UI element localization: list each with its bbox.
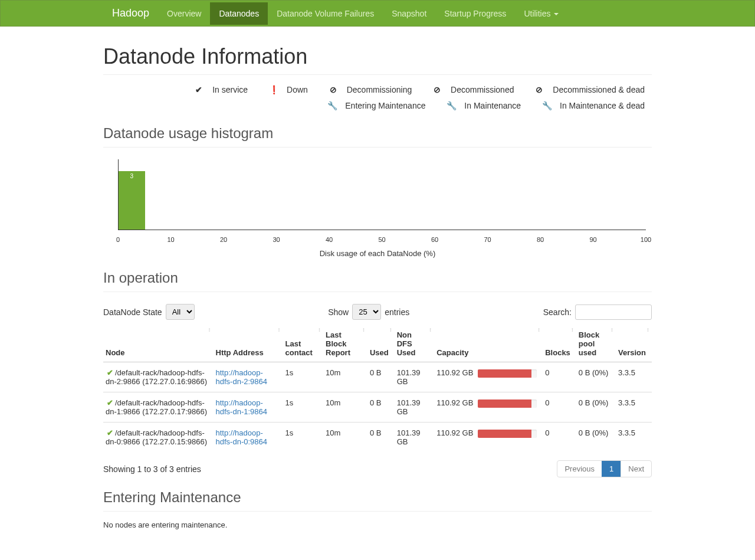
legend-item: ⊘ Decommissioned & dead xyxy=(528,85,645,94)
state-select[interactable]: All xyxy=(166,304,195,320)
sort-icon: ↕ xyxy=(429,327,432,333)
ban-icon: ⊘ xyxy=(535,82,543,98)
pager-previous[interactable]: Previous xyxy=(557,461,602,477)
column-header[interactable]: Version↕ xyxy=(616,326,652,362)
column-header[interactable]: Http Address↕ xyxy=(214,326,283,362)
table-row: ✔/default-rack/hadoop-hdfs-dn-0:9866 (17… xyxy=(103,423,652,453)
legend-item: ❗ Down xyxy=(262,85,308,94)
pager: Previous1Next xyxy=(557,460,652,477)
check-icon: ✔ xyxy=(106,398,114,407)
column-header[interactable]: Block pool used↕ xyxy=(576,326,616,362)
http-address-link[interactable]: http://hadoop-hdfs-dn-0:9864 xyxy=(216,428,267,446)
sort-icon: ↕ xyxy=(610,327,613,333)
check-icon: ✔ xyxy=(106,368,114,377)
nav-item-utilities[interactable]: Utilities xyxy=(515,2,567,25)
column-header[interactable]: Used↕ xyxy=(367,326,395,362)
page-title: Datanode Information xyxy=(103,44,652,75)
sort-icon: ↕ xyxy=(208,327,211,333)
wrench-icon: 🔧 xyxy=(327,98,336,114)
histogram-heading: Datanode usage histogram xyxy=(103,125,652,148)
http-address-link[interactable]: http://hadoop-hdfs-dn-2:9864 xyxy=(216,368,267,386)
capacity-bar xyxy=(478,399,537,408)
exclaim-icon: ❗ xyxy=(269,82,277,98)
show-label-pre: Show xyxy=(328,307,349,317)
wrench-icon: 🔧 xyxy=(447,98,455,114)
legend-item: 🔧 In Maintenance & dead xyxy=(535,101,645,110)
table-row: ✔/default-rack/hadoop-hdfs-dn-1:9866 (17… xyxy=(103,392,652,423)
histogram-chart: 3 xyxy=(118,159,646,230)
status-legend: ✔ In service❗ Down⊘ Decommissioning⊘ Dec… xyxy=(103,82,652,113)
histogram-bar: 3 xyxy=(119,171,145,230)
nav-item-datanodes[interactable]: Datanodes xyxy=(210,2,268,25)
datanode-table: Node↕Http Address↕Last contact↕Last Bloc… xyxy=(103,326,652,452)
sort-icon: ↕ xyxy=(362,327,365,333)
column-header[interactable]: Blocks↕ xyxy=(543,326,576,362)
check-icon: ✔ xyxy=(106,428,114,437)
column-header[interactable]: Last contact↕ xyxy=(283,326,324,362)
column-header[interactable]: Last Block Report↕ xyxy=(323,326,367,362)
nav-item-startup-progress[interactable]: Startup Progress xyxy=(435,2,515,25)
sort-icon: ↕ xyxy=(537,327,540,333)
nav-tabs: OverviewDatanodesDatanode Volume Failure… xyxy=(158,2,567,25)
top-navbar: Hadoop OverviewDatanodesDatanode Volume … xyxy=(0,0,755,27)
search-input[interactable] xyxy=(575,304,652,320)
chevron-down-icon xyxy=(554,13,559,15)
http-address-link[interactable]: http://hadoop-hdfs-dn-1:9864 xyxy=(216,398,267,416)
legend-item: ⊘ Decommissioning xyxy=(322,85,412,94)
pager-page[interactable]: 1 xyxy=(602,461,621,477)
column-header[interactable]: Node↕ xyxy=(103,326,214,362)
column-header[interactable]: Non DFS Used↕ xyxy=(395,326,435,362)
sort-icon: ↕ xyxy=(646,327,649,333)
show-label-post: entries xyxy=(385,307,409,317)
legend-item: ⊘ Decommissioned xyxy=(426,85,514,94)
nav-item-overview[interactable]: Overview xyxy=(158,2,210,25)
sort-icon: ↕ xyxy=(571,327,574,333)
ban-icon: ⊘ xyxy=(329,82,337,98)
pager-next[interactable]: Next xyxy=(621,461,651,477)
brand-link[interactable]: Hadoop xyxy=(103,1,158,26)
column-header[interactable]: Capacity↕ xyxy=(434,326,543,362)
show-select[interactable]: 25 xyxy=(352,304,381,320)
histogram-x-axis: 0102030405060708090100 xyxy=(118,236,646,248)
state-label: DataNode State xyxy=(103,307,162,317)
table-row: ✔/default-rack/hadoop-hdfs-dn-2:9866 (17… xyxy=(103,362,652,392)
wrench-icon: 🔧 xyxy=(542,98,550,114)
ban-icon: ⊘ xyxy=(433,82,441,98)
in-operation-heading: In operation xyxy=(103,270,652,292)
sort-icon: ↕ xyxy=(389,327,392,333)
table-controls: DataNode State All Show 25 entries Searc… xyxy=(103,304,652,320)
showing-text: Showing 1 to 3 of 3 entries xyxy=(103,464,201,474)
entering-maintenance-note: No nodes are entering maintenance. xyxy=(103,520,652,529)
sort-icon: ↕ xyxy=(318,327,321,333)
capacity-bar xyxy=(478,369,537,378)
legend-item: 🔧 In Maintenance xyxy=(439,101,521,110)
nav-item-snapshot[interactable]: Snapshot xyxy=(383,2,435,25)
legend-item: ✔ In service xyxy=(188,85,248,94)
search-label: Search: xyxy=(543,307,572,317)
histogram-x-label: Disk usage of each DataNode (%) xyxy=(103,249,652,258)
nav-item-datanode-volume-failures[interactable]: Datanode Volume Failures xyxy=(268,2,383,25)
capacity-bar xyxy=(478,430,537,438)
entering-maintenance-heading: Entering Maintenance xyxy=(103,489,652,512)
check-icon: ✔ xyxy=(195,82,203,98)
sort-icon: ↕ xyxy=(278,327,281,333)
legend-item: 🔧 Entering Maintenance xyxy=(320,101,425,110)
